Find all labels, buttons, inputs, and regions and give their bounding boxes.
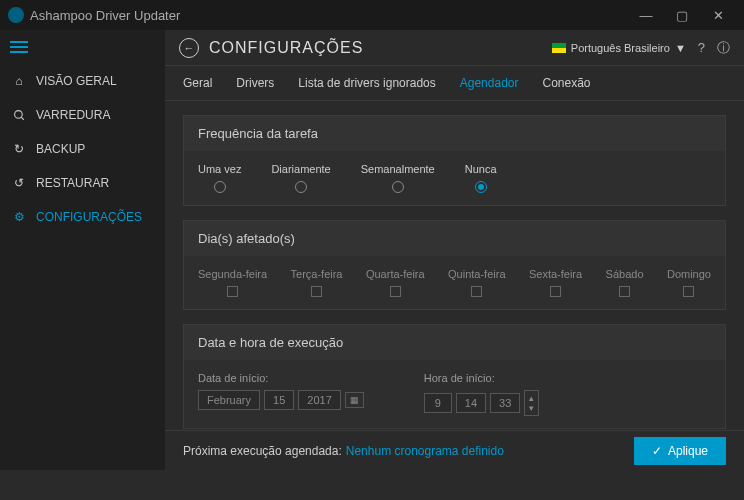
- freq-option-never[interactable]: Nunca: [465, 163, 497, 193]
- freq-label: Semanalmente: [361, 163, 435, 175]
- tabs: Geral Drivers Lista de drivers ignorados…: [165, 66, 744, 101]
- flag-icon: [552, 43, 566, 53]
- day-field[interactable]: 15: [264, 390, 294, 410]
- days-panel: Dia(s) afetado(s) Segunda-feira Terça-fe…: [183, 220, 726, 310]
- sidebar-item-restore[interactable]: ↺ RESTAURAR: [0, 166, 165, 200]
- freq-option-daily[interactable]: Diariamente: [271, 163, 330, 193]
- day-sunday[interactable]: Domingo: [667, 268, 711, 297]
- sidebar-item-overview[interactable]: ⌂ VISÃO GERAL: [0, 64, 165, 98]
- date-label: Data de início:: [198, 372, 364, 384]
- sidebar-item-label: VARREDURA: [36, 108, 110, 122]
- checkbox-icon: [390, 286, 401, 297]
- sidebar-item-label: RESTAURAR: [36, 176, 109, 190]
- backup-icon: ↻: [12, 142, 26, 156]
- info-icon[interactable]: ⓘ: [717, 39, 730, 57]
- frequency-panel: Frequência da tarefa Uma vez Diariamente…: [183, 115, 726, 206]
- sidebar-item-settings[interactable]: ⚙ CONFIGURAÇÕES: [0, 200, 165, 234]
- day-wednesday[interactable]: Quarta-feira: [366, 268, 425, 297]
- apply-label: Aplique: [668, 444, 708, 458]
- radio-icon: [475, 181, 487, 193]
- day-label: Sábado: [606, 268, 644, 280]
- checkbox-icon: [311, 286, 322, 297]
- next-run-label: Próxima execução agendada:: [183, 444, 342, 458]
- radio-icon: [392, 181, 404, 193]
- app-title: Ashampoo Driver Updater: [30, 8, 180, 23]
- time-label: Hora de início:: [424, 372, 540, 384]
- hamburger-icon[interactable]: [0, 30, 165, 64]
- close-button[interactable]: ✕: [700, 8, 736, 23]
- frequency-options: Uma vez Diariamente Semanalmente Nu: [198, 163, 711, 193]
- titlebar: Ashampoo Driver Updater — ▢ ✕: [0, 0, 744, 30]
- day-label: Terça-feira: [291, 268, 343, 280]
- day-label: Domingo: [667, 268, 711, 280]
- tab-ignored[interactable]: Lista de drivers ignorados: [298, 76, 435, 90]
- sidebar-item-backup[interactable]: ↻ BACKUP: [0, 132, 165, 166]
- svg-line-1: [21, 117, 24, 120]
- page-header: ← CONFIGURAÇÕES Português Brasileiro ▼ ?…: [165, 30, 744, 66]
- tab-general[interactable]: Geral: [183, 76, 212, 90]
- svg-point-0: [14, 110, 22, 118]
- app-logo-icon: [8, 7, 24, 23]
- chevron-down-icon: ▼: [675, 42, 686, 54]
- language-label: Português Brasileiro: [571, 42, 670, 54]
- footer: Próxima execução agendada: Nenhum cronog…: [165, 430, 744, 470]
- restore-icon: ↺: [12, 176, 26, 190]
- help-icon[interactable]: ?: [698, 40, 705, 55]
- hour-field[interactable]: 9: [424, 393, 452, 413]
- home-icon: ⌂: [12, 74, 26, 88]
- day-saturday[interactable]: Sábado: [606, 268, 644, 297]
- freq-option-weekly[interactable]: Semanalmente: [361, 163, 435, 193]
- checkbox-icon: [619, 286, 630, 297]
- language-selector[interactable]: Português Brasileiro ▼: [552, 42, 686, 54]
- checkbox-icon: [227, 286, 238, 297]
- gear-icon: ⚙: [12, 210, 26, 224]
- day-thursday[interactable]: Quinta-feira: [448, 268, 505, 297]
- freq-label: Nunca: [465, 163, 497, 175]
- year-field[interactable]: 2017: [298, 390, 340, 410]
- sidebar-item-scan[interactable]: VARREDURA: [0, 98, 165, 132]
- datetime-panel: Data e hora de execução Data de início: …: [183, 324, 726, 429]
- day-label: Quinta-feira: [448, 268, 505, 280]
- checkbox-icon: [550, 286, 561, 297]
- tab-drivers[interactable]: Drivers: [236, 76, 274, 90]
- checkbox-icon: [471, 286, 482, 297]
- day-label: Quarta-feira: [366, 268, 425, 280]
- radio-icon: [295, 181, 307, 193]
- freq-label: Diariamente: [271, 163, 330, 175]
- day-tuesday[interactable]: Terça-feira: [291, 268, 343, 297]
- tab-connection[interactable]: Conexão: [542, 76, 590, 90]
- minimize-button[interactable]: —: [628, 8, 664, 23]
- back-button[interactable]: ←: [179, 38, 199, 58]
- datetime-title: Data e hora de execução: [184, 325, 725, 360]
- calendar-icon[interactable]: ▦: [345, 392, 364, 408]
- days-title: Dia(s) afetado(s): [184, 221, 725, 256]
- sidebar-item-label: CONFIGURAÇÕES: [36, 210, 142, 224]
- radio-icon: [214, 181, 226, 193]
- apply-button[interactable]: ✓ Aplique: [634, 437, 726, 465]
- freq-option-once[interactable]: Uma vez: [198, 163, 241, 193]
- checkbox-icon: [683, 286, 694, 297]
- day-monday[interactable]: Segunda-feira: [198, 268, 267, 297]
- day-label: Segunda-feira: [198, 268, 267, 280]
- month-field[interactable]: February: [198, 390, 260, 410]
- check-icon: ✓: [652, 444, 662, 458]
- days-row: Segunda-feira Terça-feira Quarta-feira Q…: [198, 268, 711, 297]
- search-icon: [12, 108, 26, 122]
- spinner-icon[interactable]: ▴▾: [524, 390, 539, 416]
- freq-label: Uma vez: [198, 163, 241, 175]
- sidebar-item-label: VISÃO GERAL: [36, 74, 117, 88]
- sidebar-item-label: BACKUP: [36, 142, 85, 156]
- minute-field[interactable]: 14: [456, 393, 486, 413]
- day-friday[interactable]: Sexta-feira: [529, 268, 582, 297]
- frequency-title: Frequência da tarefa: [184, 116, 725, 151]
- second-field[interactable]: 33: [490, 393, 520, 413]
- sidebar: ⌂ VISÃO GERAL VARREDURA ↻ BACKUP ↺ RESTA…: [0, 30, 165, 470]
- tab-scheduler[interactable]: Agendador: [460, 76, 519, 90]
- maximize-button[interactable]: ▢: [664, 8, 700, 23]
- day-label: Sexta-feira: [529, 268, 582, 280]
- page-title: CONFIGURAÇÕES: [209, 39, 363, 57]
- next-run-value: Nenhum cronograma definido: [346, 444, 504, 458]
